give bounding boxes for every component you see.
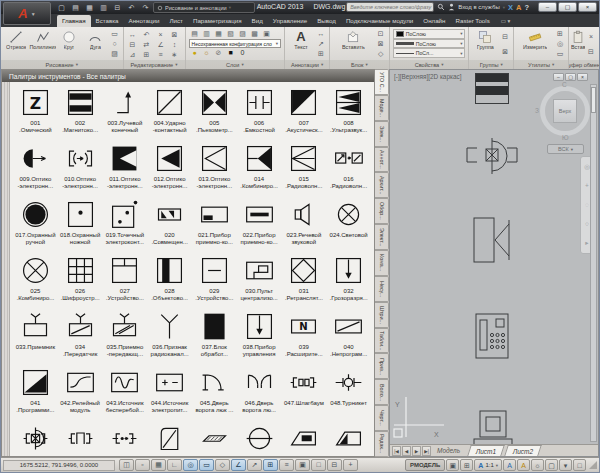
- palette-tool[interactable]: 043.Источникбесперебой...: [103, 366, 148, 422]
- palette-tool[interactable]: 017.Охранныйручной: [13, 198, 58, 254]
- palette-tool[interactable]: [192, 422, 237, 456]
- coordinates-display[interactable]: 1675.5212, 791.9496, 0.0000: [3, 460, 115, 471]
- layout-tab-Модель[interactable]: Модель: [431, 445, 466, 456]
- scrollbar-thumb[interactable]: [591, 87, 596, 113]
- palette-tool[interactable]: 011.Оптико-электронн...: [103, 142, 148, 198]
- trim-icon[interactable]: ×: [155, 30, 167, 40]
- palette-tool[interactable]: 022.Приборприемно-ко...: [237, 198, 282, 254]
- annotation-autoscale-icon[interactable]: А: [517, 459, 530, 471]
- layer-previous-icon[interactable]: ▣: [261, 29, 273, 39]
- group-edit-icon[interactable]: ⊠: [499, 47, 511, 57]
- ribbon-tab[interactable]: Главная: [57, 15, 91, 27]
- palette-tab[interactable]: Табли...: [375, 328, 389, 354]
- palette-tool[interactable]: 035.Приемно-передающ...: [103, 310, 148, 366]
- close-button[interactable]: ×: [578, 2, 597, 12]
- status-toggle-object-snap[interactable]: ▭: [199, 459, 214, 471]
- palette-tool[interactable]: 048.Турникет: [326, 366, 371, 422]
- status-toggle-object-snap-3d[interactable]: ◇: [215, 459, 230, 471]
- help-icon[interactable]: ?: [524, 3, 529, 12]
- search-input[interactable]: Введите ключевое слово/фразу: [346, 2, 434, 12]
- palette-tool[interactable]: 037.Блокобработ...: [192, 310, 237, 366]
- status-toggle-annotation-monitor[interactable]: +: [343, 459, 358, 471]
- drawing-symbol-monitor-unit[interactable]: [471, 410, 515, 444]
- palette-tool[interactable]: [147, 422, 192, 456]
- ribbon-tab[interactable]: Лист: [165, 15, 188, 27]
- rectangle-icon[interactable]: ▭: [109, 29, 121, 39]
- panel-label-block[interactable]: Блок▾: [330, 60, 389, 69]
- ribbon-tab[interactable]: Параметризация: [188, 15, 247, 27]
- drawing-symbol-stripes-detector[interactable]: [475, 73, 509, 104]
- panel-label-clipboard[interactable]: Буфер обмена: [569, 60, 599, 69]
- palette-tool[interactable]: 007.Акустическ...: [282, 86, 327, 142]
- palette-tool[interactable]: 005.Пьезометр...: [192, 86, 237, 142]
- palette-tool[interactable]: 047.Шлагбаум: [282, 366, 327, 422]
- layer-on-bulb-icon[interactable]: ●: [189, 48, 201, 58]
- create-block-icon[interactable]: ⊡: [375, 29, 387, 39]
- quick-calc-icon[interactable]: ⊞: [554, 29, 566, 39]
- explode-icon[interactable]: ∗: [169, 50, 181, 60]
- layer-combo[interactable]: Несохраненная конфигурация сло▾: [189, 39, 282, 48]
- viewport-label[interactable]: [-][Верхняя][2D каркас]: [394, 73, 461, 80]
- palette-tab[interactable]: Архит...: [375, 172, 389, 198]
- edit-block-icon[interactable]: ⊠: [375, 39, 387, 49]
- layer-isolate-icon[interactable]: ▦: [213, 29, 225, 39]
- attributes-icon[interactable]: ◇: [375, 49, 387, 59]
- palette-tool[interactable]: 019.Точечныйэлектроконт...: [103, 198, 148, 254]
- paste-button[interactable]: Вставить: [571, 28, 585, 60]
- layer-color-swatch-icon[interactable]: ■: [225, 48, 237, 58]
- panel-label-modify[interactable]: Редактирование▾: [124, 60, 185, 69]
- save-as-icon[interactable]: ▥: [97, 2, 110, 13]
- id-point-icon[interactable]: ◎: [554, 39, 566, 49]
- palette-tab[interactable]: Звек...: [375, 121, 389, 147]
- ribbon-tab[interactable]: Вид: [247, 15, 268, 27]
- panel-label-groups[interactable]: Группы▾: [469, 60, 513, 69]
- line-button[interactable]: Отрезок: [3, 28, 29, 60]
- viewport-maximize-icon[interactable]: ▣: [446, 459, 459, 471]
- dimension-icon[interactable]: ↔: [315, 29, 327, 39]
- array-icon[interactable]: ⊞: [141, 50, 153, 60]
- palette-tool[interactable]: 015.Радиоволн...: [282, 142, 327, 198]
- palette-tool[interactable]: 024.Световой: [326, 198, 371, 254]
- layout-nav-button[interactable]: |◀: [392, 446, 401, 456]
- polyline-button[interactable]: Полилиния: [29, 28, 55, 60]
- group-button[interactable]: Группа: [471, 28, 499, 60]
- qnew-icon[interactable]: ▢: [55, 2, 68, 13]
- layer-thaw-sun-icon[interactable]: ☼: [201, 48, 213, 58]
- palette-tab[interactable]: Моде...: [375, 95, 389, 121]
- status-toggle-snap-mode[interactable]: ▫: [135, 459, 150, 471]
- panel-label-draw[interactable]: Рисование▾: [1, 60, 123, 69]
- palette-tool[interactable]: 002.Магнитоко...: [58, 86, 103, 142]
- canvas-scrollbar[interactable]: [590, 84, 597, 442]
- signin-label[interactable]: Вход в службы: [458, 4, 500, 10]
- stretch-icon[interactable]: ↕: [169, 40, 181, 50]
- status-toggle-transparency[interactable]: ▣: [295, 459, 310, 471]
- palette-tab[interactable]: Редак...: [375, 431, 389, 457]
- layer-properties-icon[interactable]: ▤: [189, 29, 201, 39]
- palette-grip[interactable]: [2, 82, 10, 456]
- palette-tool[interactable]: [282, 422, 327, 456]
- circle-button[interactable]: Круг: [56, 28, 82, 60]
- status-toggle-object-snap-tracking[interactable]: ∠: [231, 459, 246, 471]
- resize-grip[interactable]: [589, 461, 597, 469]
- drawing-symbol-door-detector[interactable]: [464, 136, 520, 176]
- autodesk360-icon[interactable]: A: [516, 3, 521, 12]
- plot-icon[interactable]: ⊟: [111, 2, 124, 13]
- panel-label-properties[interactable]: Свойства▾: [390, 60, 469, 69]
- palette-tool[interactable]: 027.Устройство...: [103, 254, 148, 310]
- ribbon-tab[interactable]: Подключаемые модули: [341, 15, 418, 27]
- status-toggle-lineweight[interactable]: ≡: [279, 459, 294, 471]
- toolbar-lock-icon[interactable]: ▢: [545, 459, 558, 471]
- status-toggle-quick-properties[interactable]: □: [311, 459, 326, 471]
- palette-tool[interactable]: 003.Лучевойконечный: [103, 86, 148, 142]
- model-space[interactable]: [-][Верхняя][2D каркас] – ▢ × С Ю З В Ве…: [390, 70, 598, 444]
- palette-tool[interactable]: 021.Приборприемно-ко...: [192, 198, 237, 254]
- palette-tool[interactable]: 040.Непрограм...: [326, 310, 371, 366]
- palette-tab[interactable]: Элект...: [375, 224, 389, 250]
- wcs-menu[interactable]: ВСК▾: [547, 144, 584, 154]
- status-menu-icon[interactable]: ▾: [559, 459, 572, 471]
- palette-title[interactable]: Палитры инструментов - Все палитры: [2, 70, 374, 82]
- panel-label-utilities[interactable]: Утилиты▾: [514, 60, 568, 69]
- palette-tool[interactable]: 009.Оптико-электронн...: [13, 142, 58, 198]
- palette-tab[interactable]: Прив...: [375, 353, 389, 379]
- palette-tool[interactable]: 046.Дверьворота лю...: [237, 366, 282, 422]
